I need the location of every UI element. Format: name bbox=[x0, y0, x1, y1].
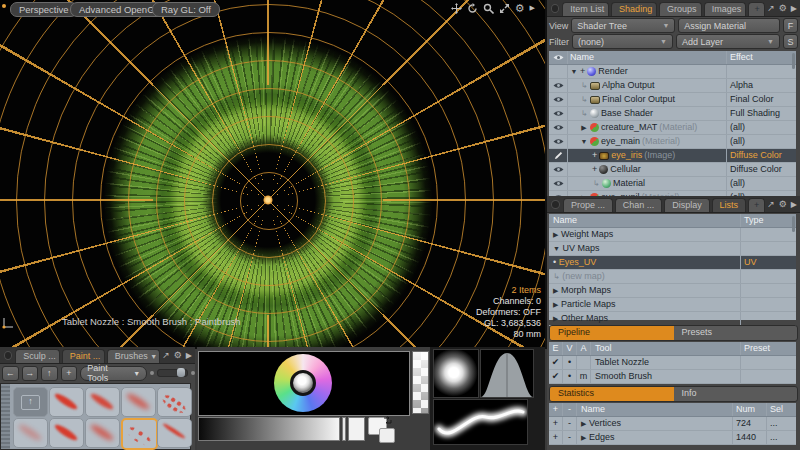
select-remove-button[interactable]: - bbox=[563, 417, 577, 430]
gear-icon[interactable]: ⚙ bbox=[779, 3, 787, 13]
brush-tip-preview[interactable] bbox=[433, 349, 479, 398]
enable-checkbox[interactable]: ✔ bbox=[549, 356, 563, 369]
gear-icon[interactable]: ⚙ bbox=[174, 350, 182, 360]
panel-pin-icon[interactable] bbox=[4, 351, 12, 360]
list-row-eyes-uv[interactable]: • Eyes_UVUV bbox=[549, 256, 796, 270]
grid-scrollbar[interactable] bbox=[1, 384, 10, 449]
visible-toggle[interactable]: • bbox=[563, 370, 577, 383]
add-preset-button[interactable]: + bbox=[61, 366, 78, 381]
shader-row-material[interactable]: ↳Material (all) bbox=[549, 177, 796, 191]
view-dropdown[interactable]: Shader Tree▼ bbox=[571, 18, 675, 33]
value-gradient-slider[interactable] bbox=[198, 417, 340, 441]
tab-groups[interactable]: Groups bbox=[659, 2, 702, 16]
tab-shading[interactable]: Shading bbox=[611, 2, 657, 16]
preset-folder-up[interactable]: ↑ bbox=[13, 387, 48, 417]
eye-visibility-icon[interactable] bbox=[549, 135, 568, 148]
maximize-icon[interactable] bbox=[499, 3, 510, 14]
tab-sculpt[interactable]: Sculp ... bbox=[15, 349, 60, 363]
back-button[interactable]: ← bbox=[2, 366, 19, 381]
panel-pin-icon[interactable] bbox=[551, 200, 560, 209]
select-add-button[interactable]: + bbox=[549, 417, 563, 430]
tab-images[interactable]: Images bbox=[704, 2, 747, 16]
panel-menu-arrow-icon[interactable]: ▶ bbox=[186, 351, 192, 360]
shader-row-alpha-output[interactable]: ↳Alpha Output Alpha bbox=[549, 79, 796, 93]
paint-tools-dropdown[interactable]: Paint Tools▼ bbox=[80, 366, 147, 381]
shader-row-render[interactable]: ▼+Render bbox=[549, 65, 796, 79]
tab-presets[interactable]: Presets bbox=[674, 326, 798, 340]
brush-preset[interactable] bbox=[85, 387, 120, 417]
eye-visibility-icon[interactable] bbox=[549, 107, 568, 120]
pan-icon[interactable] bbox=[451, 3, 462, 14]
select-remove-button[interactable]: - bbox=[563, 431, 577, 444]
scrollbar-nub[interactable] bbox=[792, 216, 795, 232]
panel-menu-arrow-icon[interactable]: ▶ bbox=[791, 200, 797, 209]
eye-visibility-icon[interactable] bbox=[549, 121, 568, 134]
brush-preset[interactable] bbox=[121, 387, 156, 417]
tab-lists[interactable]: Lists bbox=[712, 198, 746, 212]
brush-preset-selected[interactable] bbox=[121, 418, 158, 450]
color-wheel-knob[interactable] bbox=[290, 370, 316, 396]
value-swatch[interactable] bbox=[348, 417, 365, 441]
add-tab-button[interactable]: + bbox=[748, 198, 765, 212]
paintbrush-icon[interactable] bbox=[549, 149, 568, 162]
tab-statistics[interactable]: Statistics bbox=[550, 387, 674, 401]
pipeline-row-tablet-nozzle[interactable]: ✔ • Tablet Nozzle bbox=[549, 356, 796, 370]
tab-display[interactable]: Display bbox=[664, 198, 709, 212]
panel-pin-icon[interactable] bbox=[551, 4, 559, 13]
forward-button[interactable]: → bbox=[22, 366, 39, 381]
add-layer-dropdown[interactable]: Add Layer▼ bbox=[676, 34, 780, 49]
viewport-menu-arrow-icon[interactable]: ▶ bbox=[530, 4, 535, 12]
brush-falloff-curve[interactable] bbox=[480, 349, 534, 398]
up-directory-button[interactable]: ↑ bbox=[41, 366, 58, 381]
3d-viewport[interactable]: Perspective Advanced OpenGL Ray GL: Off … bbox=[0, 0, 547, 349]
assign-material-button[interactable]: Assign Material bbox=[678, 18, 780, 33]
list-row-particle-maps[interactable]: ▶ Particle Maps bbox=[549, 298, 796, 312]
tab-properties[interactable]: Prope ... bbox=[563, 198, 613, 212]
alpha-checker-strip[interactable] bbox=[412, 351, 429, 414]
ray-gl-button[interactable]: Ray GL: Off bbox=[152, 2, 220, 17]
s-button[interactable]: S bbox=[783, 34, 798, 49]
maximize-icon[interactable]: ↗ bbox=[767, 199, 775, 209]
maximize-icon[interactable]: ↗ bbox=[767, 3, 775, 13]
f-button[interactable]: F bbox=[783, 18, 798, 33]
tab-channels[interactable]: Chan ... bbox=[615, 198, 662, 212]
pipeline-row-smooth-brush[interactable]: ✔ • m Smooth Brush bbox=[549, 370, 796, 384]
swap-colors-icon[interactable] bbox=[383, 415, 392, 426]
tab-info[interactable]: Info bbox=[674, 387, 798, 401]
brush-preset[interactable] bbox=[49, 387, 84, 417]
thumb-size-slider[interactable] bbox=[157, 369, 188, 377]
background-color-swatch[interactable] bbox=[379, 428, 395, 443]
panel-menu-arrow-icon[interactable]: ▶ bbox=[791, 4, 797, 13]
eye-visibility-icon[interactable] bbox=[549, 79, 568, 92]
rotate-icon[interactable] bbox=[467, 3, 478, 14]
stats-row-edges[interactable]: + - ▶ Edges 1440 ... bbox=[549, 431, 796, 445]
shader-row-eye-main[interactable]: ▼eye_main(Material) (all) bbox=[549, 135, 796, 149]
eye-visibility-icon[interactable] bbox=[549, 93, 568, 106]
scrollbar-nub[interactable] bbox=[792, 53, 795, 69]
shader-row-final-color-output[interactable]: ↳Final Color Output Final Color bbox=[549, 93, 796, 107]
shader-row-eye-iris[interactable]: +eye_iris(Image) Diffuse Color bbox=[549, 149, 796, 163]
list-row-morph-maps[interactable]: ▶ Morph Maps bbox=[549, 284, 796, 298]
add-tab-button[interactable]: + bbox=[748, 2, 765, 16]
eye-visibility-icon[interactable] bbox=[549, 177, 568, 190]
shader-row-cellular[interactable]: +Cellular Diffuse Color bbox=[549, 163, 796, 177]
shader-row-creature-mat[interactable]: ▶creature_MAT(Material) (all) bbox=[549, 121, 796, 135]
tab-brushes[interactable]: Brushes ▼ bbox=[107, 349, 160, 363]
enable-checkbox[interactable]: ✔ bbox=[549, 370, 563, 383]
shader-row-base-shader[interactable]: ↳Base Shader Full Shading bbox=[549, 107, 796, 121]
zoom-icon[interactable] bbox=[483, 3, 494, 14]
select-add-button[interactable]: + bbox=[549, 431, 563, 444]
tab-paint[interactable]: Paint ... bbox=[62, 349, 105, 363]
stats-row-vertices[interactable]: + - ▶ Vertices 724 ... bbox=[549, 417, 796, 431]
hue-wheel[interactable] bbox=[274, 354, 332, 412]
brush-preset[interactable] bbox=[157, 418, 192, 448]
gear-icon[interactable]: ⚙ bbox=[779, 199, 787, 209]
maximize-icon[interactable]: ↗ bbox=[162, 350, 170, 360]
brush-stroke-preview[interactable] bbox=[433, 399, 528, 445]
eye-visibility-icon[interactable] bbox=[549, 163, 568, 176]
list-row-uv-maps[interactable]: ▼ UV Maps bbox=[549, 242, 796, 256]
brush-preset[interactable] bbox=[13, 418, 48, 448]
brush-preset[interactable] bbox=[49, 418, 84, 448]
tab-item-list[interactable]: Item List bbox=[562, 2, 609, 16]
brush-preset[interactable] bbox=[157, 387, 192, 417]
